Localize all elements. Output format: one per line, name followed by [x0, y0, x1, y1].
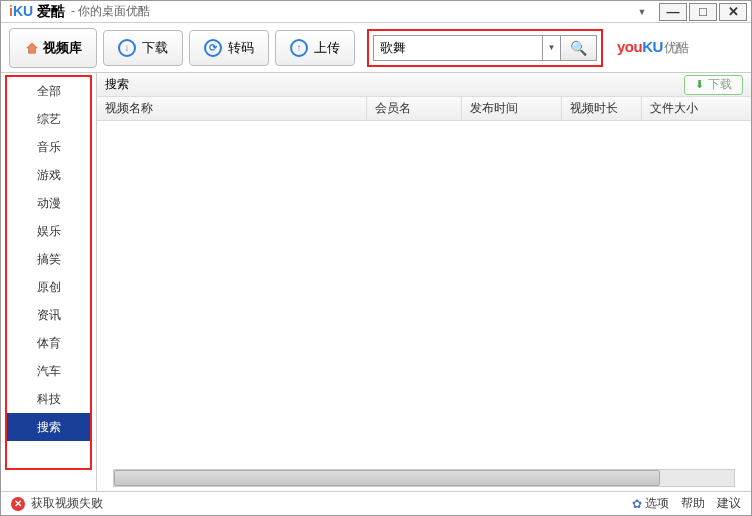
suggest-link[interactable]: 建议: [717, 495, 741, 512]
sidebar-item[interactable]: 全部: [7, 77, 90, 105]
col-name[interactable]: 视频名称: [97, 97, 367, 120]
toolbar: 视频库 ↓下载 ⟳转码 ↑上传 ▼ 🔍 youKU优酷: [1, 23, 751, 73]
sidebar-item[interactable]: 汽车: [7, 357, 90, 385]
sidebar: 全部综艺音乐游戏动漫娱乐搞笑原创资讯体育汽车科技搜索: [1, 73, 97, 491]
sidebar-item[interactable]: 原创: [7, 273, 90, 301]
close-button[interactable]: ✕: [719, 3, 747, 21]
library-tab-label: 视频库: [43, 39, 82, 57]
options-link[interactable]: ✿选项: [632, 495, 669, 512]
titlebar-menu-icon[interactable]: ▼: [633, 3, 651, 21]
content-header: 搜索 ⬇下载: [97, 73, 751, 97]
help-link[interactable]: 帮助: [681, 495, 705, 512]
sidebar-item[interactable]: 资讯: [7, 301, 90, 329]
sidebar-item[interactable]: 综艺: [7, 105, 90, 133]
col-duration[interactable]: 视频时长: [562, 97, 642, 120]
download-small-icon: ⬇: [695, 78, 704, 91]
sidebar-item[interactable]: 体育: [7, 329, 90, 357]
maximize-button[interactable]: □: [689, 3, 717, 21]
content-title: 搜索: [105, 76, 129, 93]
app-logo: iKU 爱酷: [9, 3, 65, 21]
sidebar-item[interactable]: 搜索: [7, 413, 90, 441]
library-tab[interactable]: 视频库: [9, 28, 97, 68]
search-icon: 🔍: [570, 40, 587, 56]
horizontal-scrollbar[interactable]: [113, 469, 735, 487]
main: 全部综艺音乐游戏动漫娱乐搞笑原创资讯体育汽车科技搜索 搜索 ⬇下载 视频名称 会…: [1, 73, 751, 491]
upload-icon: ↑: [290, 39, 308, 57]
statusbar: ✕ 获取视频失败 ✿选项 帮助 建议: [1, 491, 751, 515]
search-button[interactable]: 🔍: [561, 35, 597, 61]
sidebar-item[interactable]: 搞笑: [7, 245, 90, 273]
sidebar-item[interactable]: 娱乐: [7, 217, 90, 245]
table-body: [97, 121, 751, 469]
status-text: 获取视频失败: [31, 495, 103, 512]
minimize-button[interactable]: —: [659, 3, 687, 21]
col-member[interactable]: 会员名: [367, 97, 462, 120]
table-header: 视频名称 会员名 发布时间 视频时长 文件大小: [97, 97, 751, 121]
transcode-button[interactable]: ⟳转码: [189, 30, 269, 66]
content-download-button[interactable]: ⬇下载: [684, 75, 743, 95]
youku-brand: youKU优酷: [617, 38, 689, 57]
col-time[interactable]: 发布时间: [462, 97, 562, 120]
upload-button[interactable]: ↑上传: [275, 30, 355, 66]
search-dropdown-icon[interactable]: ▼: [543, 35, 561, 61]
scrollbar-thumb[interactable]: [114, 470, 660, 486]
download-button[interactable]: ↓下载: [103, 30, 183, 66]
app-subtitle: - 你的桌面优酷: [71, 3, 150, 20]
sidebar-item[interactable]: 音乐: [7, 133, 90, 161]
titlebar: iKU 爱酷 - 你的桌面优酷 ▼ — □ ✕: [1, 1, 751, 23]
search-input[interactable]: [373, 35, 543, 61]
sidebar-item[interactable]: 游戏: [7, 161, 90, 189]
error-icon: ✕: [11, 497, 25, 511]
sidebar-item[interactable]: 科技: [7, 385, 90, 413]
sidebar-item[interactable]: 动漫: [7, 189, 90, 217]
download-icon: ↓: [118, 39, 136, 57]
content: 搜索 ⬇下载 视频名称 会员名 发布时间 视频时长 文件大小: [97, 73, 751, 491]
transcode-icon: ⟳: [204, 39, 222, 57]
home-icon: [25, 41, 39, 55]
gear-icon: ✿: [632, 497, 642, 511]
search-area: ▼ 🔍: [367, 29, 603, 67]
col-size[interactable]: 文件大小: [642, 97, 751, 120]
